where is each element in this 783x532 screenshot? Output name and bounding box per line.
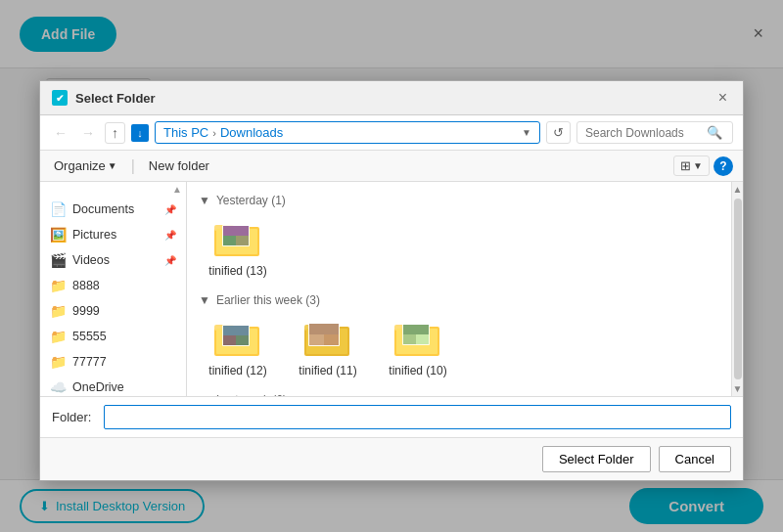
videos-icon: 🎬 — [50, 252, 67, 268]
file-grid-earlier: tinified (12) — [199, 315, 719, 381]
svg-rect-30 — [403, 334, 416, 344]
svg-rect-22 — [309, 334, 324, 345]
videos-label: Videos — [72, 253, 110, 267]
section-chevron-earlier: ▼ — [199, 293, 210, 307]
sidebar-item-77777[interactable]: 📁 77777 — [40, 349, 186, 375]
dialog-icon: ✔ — [52, 90, 68, 106]
svg-rect-14 — [223, 335, 236, 345]
pin-icon-3: 📌 — [164, 255, 176, 266]
organize-button[interactable]: Organize ▼ — [50, 156, 121, 175]
folder-77777-icon: 📁 — [50, 354, 67, 370]
search-box[interactable]: 🔍 — [576, 121, 733, 144]
file-area: ▼ Yesterday (1) — [187, 182, 731, 396]
path-downloads: Downloads — [220, 125, 283, 140]
toolbar: Organize ▼ | New folder ⊞ ▼ ? — [40, 151, 743, 182]
sidebar-item-pictures[interactable]: 🖼️ Pictures 📌 — [40, 222, 186, 247]
sidebar-item-55555[interactable]: 📁 55555 — [40, 324, 186, 349]
organize-chevron: ▼ — [108, 160, 117, 171]
address-bar: ← → ↑ ↓ This PC › Downloads ▼ ↺ 🔍 — [40, 115, 743, 151]
documents-icon: 📄 — [50, 201, 67, 217]
sidebar-item-videos[interactable]: 🎬 Videos 📌 — [40, 247, 186, 273]
file-item-tinified-13[interactable]: tinified (13) — [199, 215, 277, 282]
scroll-thumb[interactable] — [734, 199, 742, 379]
view-button[interactable]: ⊞ ▼ — [673, 155, 710, 176]
section-yesterday-header: ▼ Yesterday (1) — [199, 194, 719, 207]
path-dropdown-icon: ▼ — [522, 127, 531, 138]
select-folder-dialog: ✔ Select Folder × ← → ↑ ↓ This PC › Down — [39, 80, 744, 481]
onedrive-icon: ☁️ — [50, 379, 67, 395]
select-folder-button[interactable]: Select Folder — [542, 446, 651, 472]
scrollbar[interactable]: ▲ ▼ — [731, 182, 743, 396]
sidebar-item-8888[interactable]: 📁 8888 — [40, 273, 186, 298]
svg-rect-6 — [223, 236, 236, 245]
folder-field-bar: Folder: — [40, 396, 743, 437]
pictures-label: Pictures — [72, 228, 116, 242]
svg-rect-5 — [223, 226, 249, 236]
refresh-button[interactable]: ↺ — [546, 121, 571, 144]
77777-label: 77777 — [72, 355, 107, 369]
sidebar-scroll-controls: ▲ — [40, 182, 186, 197]
cancel-button[interactable]: Cancel — [659, 446, 731, 472]
scroll-up-icon: ▲ — [172, 184, 182, 195]
svg-rect-21 — [309, 324, 339, 334]
tinified-12-label: tinified (12) — [208, 364, 266, 377]
8888-label: 8888 — [72, 279, 100, 292]
scroll-up-arrow: ▲ — [731, 182, 743, 197]
section-yesterday-label: Yesterday (1) — [216, 194, 286, 207]
tinified-10-label: tinified (10) — [389, 364, 446, 377]
new-folder-button[interactable]: New folder — [145, 156, 213, 175]
back-button[interactable]: ← — [50, 123, 71, 143]
svg-rect-23 — [324, 334, 339, 345]
section-chevron-yesterday: ▼ — [199, 194, 210, 207]
folder-field-input[interactable] — [104, 405, 731, 429]
file-item-tinified-11[interactable]: tinified (11) — [289, 315, 367, 381]
app-background: Add File × Select Folder ⬇ Install Deskt… — [0, 0, 783, 532]
scroll-down-arrow: ▼ — [731, 381, 743, 396]
9999-label: 9999 — [72, 304, 100, 318]
file-grid-yesterday: tinified (13) — [199, 215, 719, 282]
dialog-close-button[interactable]: × — [714, 89, 731, 107]
dialog-overlay: ✔ Select Folder × ← → ↑ ↓ This PC › Down — [0, 0, 783, 532]
toolbar-right: ⊞ ▼ ? — [673, 155, 733, 176]
pin-icon-2: 📌 — [164, 230, 176, 241]
svg-rect-15 — [236, 335, 249, 345]
folder-icon-tinified-11 — [304, 319, 351, 360]
onedrive-label: OneDrive — [72, 380, 124, 394]
folder-9999-icon: 📁 — [50, 303, 67, 319]
search-input[interactable] — [585, 126, 703, 140]
tinified-13-label: tinified (13) — [208, 264, 266, 278]
file-item-tinified-12[interactable]: tinified (12) — [199, 315, 277, 381]
sidebar-item-documents[interactable]: 📄 Documents 📌 — [40, 197, 186, 222]
sidebar-item-9999[interactable]: 📁 9999 — [40, 298, 186, 324]
folder-icon-tinified-13 — [214, 219, 261, 260]
toolbar-separator: | — [127, 157, 139, 175]
svg-rect-31 — [416, 334, 429, 344]
section-earlier-header: ▼ Earlier this week (3) — [199, 293, 719, 307]
sidebar: ▲ 📄 Documents 📌 🖼️ Pictures 📌 🎬 — [40, 182, 187, 396]
folder-icon-tinified-12 — [214, 319, 261, 360]
pictures-icon: 🖼️ — [50, 227, 67, 243]
tinified-11-label: tinified (11) — [299, 364, 356, 377]
forward-button[interactable]: → — [77, 123, 99, 143]
svg-rect-7 — [236, 236, 249, 245]
dialog-title-text: Select Folder — [75, 91, 156, 106]
path-thispc: This PC — [163, 125, 208, 140]
folder-55555-icon: 📁 — [50, 329, 67, 344]
documents-label: Documents — [72, 202, 134, 216]
55555-label: 55555 — [72, 330, 107, 343]
dialog-titlebar: ✔ Select Folder × — [40, 81, 743, 115]
organize-label: Organize — [54, 158, 106, 173]
sidebar-item-onedrive[interactable]: ☁️ OneDrive — [40, 375, 186, 396]
pin-icon: 📌 — [164, 204, 176, 215]
help-button[interactable]: ? — [714, 156, 733, 176]
view-icon: ⊞ — [680, 158, 691, 173]
address-path[interactable]: This PC › Downloads ▼ — [155, 121, 540, 144]
up-button[interactable]: ↑ — [105, 122, 125, 144]
section-earlier-label: Earlier this week (3) — [216, 293, 320, 307]
folder-nav-icon: ↓ — [131, 124, 149, 142]
svg-rect-13 — [223, 326, 249, 335]
file-item-tinified-10[interactable]: tinified (10) — [379, 315, 457, 381]
search-icon: 🔍 — [707, 125, 722, 140]
dialog-title-left: ✔ Select Folder — [52, 90, 156, 106]
content-area: ▲ 📄 Documents 📌 🖼️ Pictures 📌 🎬 — [40, 182, 743, 396]
